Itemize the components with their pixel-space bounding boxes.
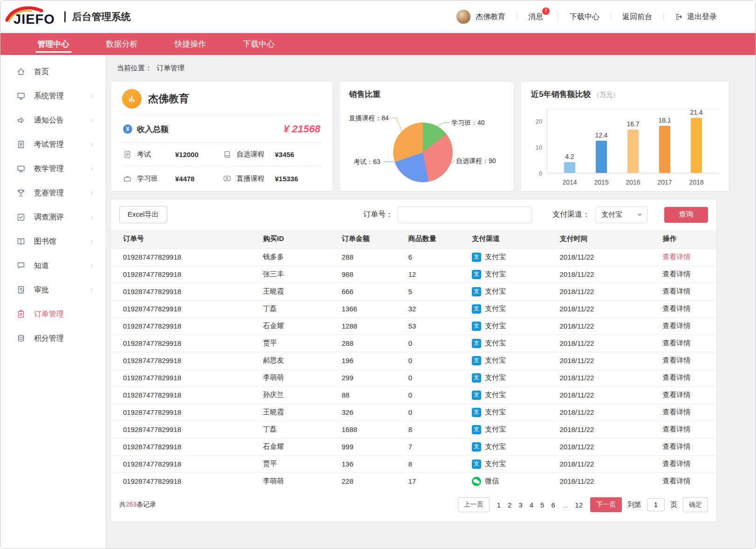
sidebar-item-approval[interactable]: 审批: [0, 278, 105, 302]
pay-channel: 支支付宝: [472, 373, 552, 383]
cell-buyer-id: 王晓霞: [259, 283, 338, 300]
cell-pay-channel: 支支付宝: [468, 404, 556, 421]
view-detail-link[interactable]: 查看详情: [663, 270, 691, 278]
cell-buyer-id: 石金耀: [259, 438, 338, 455]
cell-action: 查看详情: [659, 386, 717, 404]
cell-action: 查看详情: [659, 421, 717, 438]
live-icon: [223, 174, 232, 183]
cell-buyer-id: 张三丰: [259, 266, 338, 283]
cell-quantity: 0: [405, 404, 469, 421]
goto-confirm-button[interactable]: 确定: [683, 497, 708, 512]
goto-prefix-label: 到第: [627, 501, 641, 509]
sidebar-item-teaching[interactable]: 教学管理: [0, 157, 105, 181]
bar-chart-title: 近5年销售额比较: [531, 90, 591, 99]
search-button[interactable]: 查询: [664, 207, 708, 223]
cell-order-amount: 228: [338, 473, 405, 490]
pie-chart: [393, 123, 453, 182]
records-total-prefix: 共: [119, 501, 126, 508]
table-row: 019287477829918王晓霞3260支支付宝2018/11/22查看详情: [111, 404, 716, 421]
cell-quantity: 0: [405, 352, 469, 369]
view-detail-link[interactable]: 查看详情: [663, 477, 691, 485]
app-title: 后台管理系统: [72, 10, 131, 23]
nav-tab-quick-actions[interactable]: 快捷操作: [156, 33, 225, 55]
view-detail-link[interactable]: 查看详情: [663, 408, 691, 416]
pay-channel-select[interactable]: 支付宝: [595, 206, 647, 223]
cell-order-amount: 1288: [338, 317, 405, 335]
view-detail-link[interactable]: 查看详情: [663, 287, 691, 295]
pagination-page-3[interactable]: 3: [518, 501, 522, 509]
cell-order-amount: 1366: [338, 300, 405, 317]
sidebar-item-competition[interactable]: 竞赛管理: [0, 181, 105, 205]
messages-link[interactable]: 消息 7: [528, 12, 547, 22]
view-detail-link[interactable]: 查看详情: [663, 304, 691, 312]
sidebar-item-system[interactable]: 系统管理: [0, 84, 105, 108]
view-detail-link[interactable]: 查看详情: [663, 442, 691, 450]
view-detail-link[interactable]: 查看详情: [663, 253, 691, 261]
view-detail-link[interactable]: 查看详情: [663, 391, 691, 398]
view-detail-link[interactable]: 查看详情: [663, 425, 691, 433]
column-header: 商品数量: [405, 230, 469, 248]
bar-column-2016: 16.72016: [617, 109, 649, 173]
bar-chart-title-row: 近5年销售额比较 （万元）: [531, 89, 719, 100]
user-menu[interactable]: 杰佛教育: [456, 9, 505, 24]
nav-tab-data-analysis[interactable]: 数据分析: [88, 33, 156, 55]
nav-tab-download-center[interactable]: 下载中心: [225, 33, 293, 55]
pagination-page-5[interactable]: 5: [540, 501, 544, 509]
bar-column-2018: 21.42018: [681, 109, 712, 173]
user-name: 杰佛教育: [476, 12, 505, 22]
cell-action: 查看详情: [659, 283, 717, 300]
sidebar-item-know[interactable]: 知道: [0, 254, 105, 278]
breadcrumb-prefix: 当前位置：: [117, 64, 152, 73]
pay-channel-label: 支付宝: [485, 322, 506, 330]
sidebar-item-home[interactable]: 首页: [0, 60, 105, 84]
excel-export-button[interactable]: Excel导出: [119, 206, 167, 223]
cell-quantity: 0: [405, 386, 469, 404]
sidebar-item-survey[interactable]: 调查测评: [0, 205, 105, 229]
cell-order-amount: 299: [338, 369, 405, 386]
prev-page-button[interactable]: 上一页: [458, 497, 490, 512]
pagination-page-6[interactable]: 6: [551, 501, 555, 509]
view-detail-link[interactable]: 查看详情: [663, 460, 691, 467]
cell-pay-channel: 支支付宝: [468, 283, 556, 300]
sales-compare-card: 近5年销售额比较 （万元） 01020 4.2201412.4201516.72…: [520, 81, 729, 192]
cell-quantity: 0: [405, 335, 469, 352]
cell-pay-channel: 支支付宝: [468, 455, 556, 473]
nav-tab-admin-center[interactable]: 管理中心: [19, 33, 88, 55]
pagination-page-12[interactable]: 12: [575, 501, 583, 509]
cell-buyer-id: 李萌萌: [259, 473, 338, 490]
cell-buyer-id: 丁磊: [259, 300, 338, 317]
sidebar-item-exam[interactable]: 考试管理: [0, 132, 105, 157]
back-to-front-link[interactable]: 返回前台: [622, 12, 652, 22]
cell-order-no: 019287477829918: [111, 386, 259, 404]
pagination-page-1[interactable]: 1: [497, 501, 501, 509]
cell-action: 查看详情: [659, 248, 717, 266]
cell-pay-time: 2018/11/22: [556, 404, 659, 421]
view-detail-link[interactable]: 查看详情: [663, 339, 691, 347]
view-detail-link[interactable]: 查看详情: [663, 356, 691, 364]
sidebar-item-points[interactable]: 积分管理: [0, 326, 105, 350]
sidebar-item-notice[interactable]: 通知公告: [0, 108, 105, 132]
next-page-button[interactable]: 下一页: [590, 497, 622, 512]
cell-action: 查看详情: [659, 300, 717, 317]
pay-channel: 支支付宝: [472, 425, 552, 434]
sidebar-item-orders[interactable]: 订单管理: [0, 302, 105, 326]
cell-buyer-id: 贾平: [259, 455, 338, 473]
pagination-page-4[interactable]: 4: [530, 501, 533, 509]
goto-page-input[interactable]: [647, 498, 665, 511]
approval-icon: [16, 285, 26, 295]
order-no-input[interactable]: [398, 206, 532, 223]
pagination-page-2[interactable]: 2: [508, 501, 511, 509]
messages-badge: 7: [542, 7, 550, 15]
records-total: 共263条记录: [119, 501, 156, 509]
sidebar-item-label: 审批: [34, 285, 49, 295]
download-center-link[interactable]: 下载中心: [570, 12, 599, 22]
logout-label: 退出登录: [687, 12, 717, 22]
view-detail-link[interactable]: 查看详情: [663, 322, 691, 329]
divider: [558, 13, 558, 21]
sidebar-item-library[interactable]: 图书馆: [0, 229, 105, 254]
logout-link[interactable]: 退出登录: [675, 12, 717, 22]
pay-channel: 支支付宝: [472, 408, 552, 417]
view-detail-link[interactable]: 查看详情: [663, 373, 691, 381]
alipay-icon: 支: [472, 287, 481, 296]
cell-order-amount: 88: [338, 386, 405, 404]
